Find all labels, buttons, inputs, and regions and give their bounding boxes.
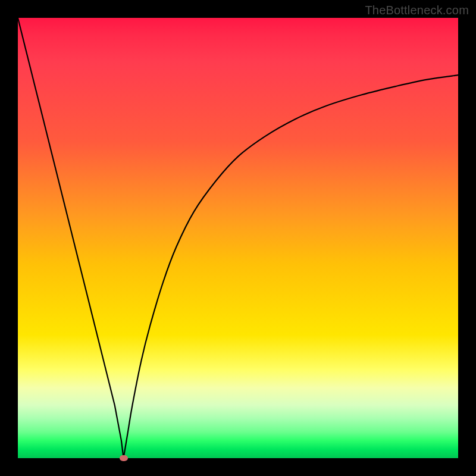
bottleneck-curve [18, 18, 458, 458]
watermark-text: TheBottleneck.com [365, 4, 469, 17]
minimum-marker [120, 455, 128, 461]
plot-area [18, 18, 458, 458]
chart-frame: TheBottleneck.com [0, 0, 476, 476]
